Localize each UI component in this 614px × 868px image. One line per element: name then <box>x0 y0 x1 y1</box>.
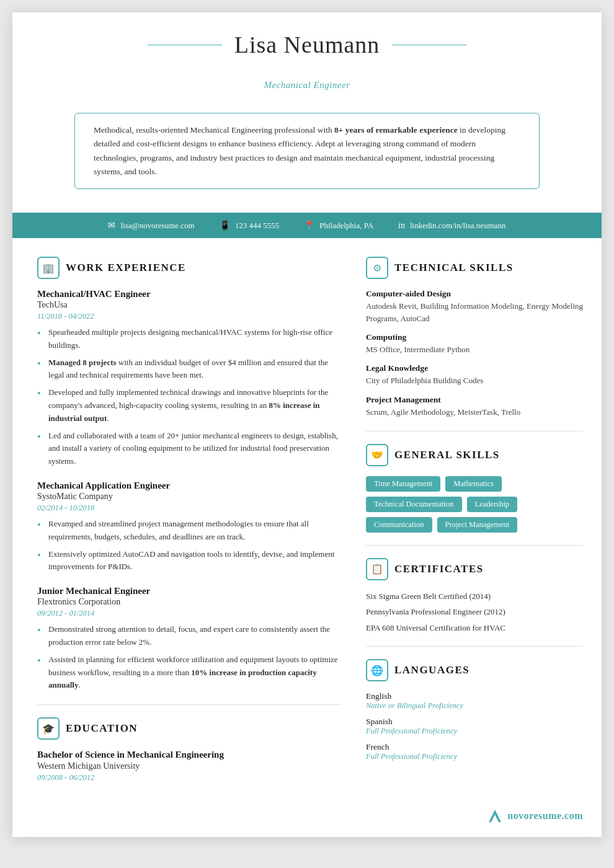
education-section-header: 🎓 EDUCATION <box>37 717 341 740</box>
skill-cat-items: Autodesk Revit, Building Information Mod… <box>366 300 583 325</box>
job-2-bullets: Revamped and streamlined project managem… <box>37 518 341 574</box>
skill-cat-legal: Legal Knowledge City of Philadelphia Bui… <box>366 363 583 387</box>
location-text: Philadelphia, PA <box>319 221 373 231</box>
email-icon: ✉ <box>108 220 115 231</box>
bullet-item: Revamped and streamlined project managem… <box>37 518 341 544</box>
brand-name: novoresume.com <box>507 810 583 822</box>
summary-text: Methodical, results-oriented Mechanical … <box>94 125 505 176</box>
job-1-company: TechUsa <box>37 300 341 310</box>
lang-level: Native or Bilingual Proficiency <box>366 701 583 711</box>
skill-cat-name: Computer-aided Design <box>366 289 583 299</box>
job-2-company: SystoMatic Company <box>37 492 341 502</box>
skill-cat-items: City of Philadelphia Building Codes <box>366 374 583 387</box>
cert-item-3: EPA 608 Universal Certification for HVAC <box>366 622 583 634</box>
linkedin-text: linkedin.com/in/lisa.neumann <box>410 221 506 231</box>
contact-phone: 📱 123 444 5555 <box>220 220 280 231</box>
job-1: Mechanical/HVAC Engineer TechUsa 11/2018… <box>37 289 341 468</box>
bullet-item: Led and collaborated with a team of 20+ … <box>37 430 341 468</box>
skill-cat-pm: Project Management Scrum, Agile Methodol… <box>366 395 583 418</box>
lang-spanish: Spanish Full Professional Proficiency <box>366 717 583 736</box>
cert-item-1: Six Sigma Green Belt Certified (2014) <box>366 590 583 603</box>
skill-tag: Leadership <box>467 497 518 512</box>
header-section: Lisa Neumann Mechanical Engineer Methodi… <box>12 12 602 202</box>
job-1-title: Mechanical/HVAC Engineer <box>37 289 341 299</box>
job-3: Junior Mechanical Engineer Flextronics C… <box>37 586 341 692</box>
skill-cat-computing: Computing MS Office, Intermediate Python <box>366 332 583 356</box>
skill-tag: Technical Documentation <box>366 497 462 512</box>
languages-title: LANGUAGES <box>394 664 469 676</box>
phone-icon: 📱 <box>220 220 230 231</box>
main-content: 🏢 WORK EXPERIENCE Mechanical/HVAC Engine… <box>12 238 602 801</box>
skill-cat-items: MS Office, Intermediate Python <box>366 343 583 356</box>
education-section-title: EDUCATION <box>66 722 138 735</box>
section-divider <box>37 704 341 705</box>
skill-cat-name: Project Management <box>366 395 583 405</box>
header-line-left <box>148 45 222 45</box>
resume-page: Lisa Neumann Mechanical Engineer Methodi… <box>12 12 602 837</box>
skill-tag: Time Management <box>366 476 440 492</box>
section-divider <box>366 431 583 432</box>
header-decoration: Lisa Neumann <box>50 31 564 58</box>
job-2-title: Mechanical Application Engineer <box>37 480 341 491</box>
skill-cat-name: Computing <box>366 332 583 342</box>
lang-name: French <box>366 742 583 752</box>
work-section-title: WORK EXPERIENCE <box>66 262 186 274</box>
tech-skills-icon-box: ⚙ <box>366 257 388 279</box>
bullet-item: Developed and fully implemented technica… <box>37 386 341 425</box>
languages-header: 🌐 LANGUAGES <box>366 659 583 681</box>
lang-english: English Native or Bilingual Proficiency <box>366 691 583 711</box>
job-1-bullets: Spearheaded multiple projects designing … <box>37 326 341 468</box>
certificates-icon-box: 📋 <box>366 558 388 580</box>
section-divider <box>366 545 583 546</box>
skill-tag: Project Management <box>437 517 518 533</box>
tech-skills-title: TECHNICAL SKILLS <box>394 262 514 274</box>
work-icon-box: 🏢 <box>37 257 60 279</box>
skill-cat-cad: Computer-aided Design Autodesk Revit, Bu… <box>366 289 583 325</box>
candidate-name: Lisa Neumann <box>234 31 380 58</box>
phone-text: 123 444 5555 <box>235 221 280 231</box>
general-skills-header: 🤝 GENERAL SKILLS <box>366 444 583 466</box>
skill-tag: Mathematics <box>445 476 502 492</box>
header-line-right <box>392 45 466 45</box>
summary-box: Methodical, results-oriented Mechanical … <box>74 113 540 189</box>
briefcase-icon: 🏢 <box>42 262 55 274</box>
lang-french: French Full Professional Proficiency <box>366 742 583 761</box>
location-icon: 📍 <box>304 220 314 231</box>
skill-cat-items: Scrum, Agile Methodology, MeisterTask, T… <box>366 406 583 418</box>
bullet-item: Spearheaded multiple projects designing … <box>37 326 341 352</box>
edu-degree: Bachelor of Science in Mechanical Engine… <box>37 750 341 760</box>
bullet-item: Managed 8 projects with an individual bu… <box>37 356 341 383</box>
lang-name: English <box>366 691 583 701</box>
cert-item-2: Pennsylvania Professional Engineer (2012… <box>366 606 583 618</box>
contact-email: ✉ lisa@novoresume.com <box>108 220 194 231</box>
job-3-dates: 09/2012 - 01/2014 <box>37 609 341 618</box>
job-title: Mechanical Engineer <box>50 61 564 103</box>
contact-location: 📍 Philadelphia, PA <box>304 220 373 231</box>
certificates-title: CERTIFICATES <box>394 563 484 575</box>
lang-name: Spanish <box>366 717 583 727</box>
language-icon: 🌐 <box>371 665 383 676</box>
linkedin-icon: in <box>398 221 405 231</box>
general-skills-title: GENERAL SKILLS <box>394 449 500 461</box>
tech-skills-header: ⚙ TECHNICAL SKILLS <box>366 257 583 279</box>
certificates-header: 📋 CERTIFICATES <box>366 558 583 580</box>
job-3-company: Flextronics Corporation <box>37 597 341 607</box>
bullet-item: Demonstrated strong attention to detail,… <box>37 623 341 649</box>
skill-cat-name: Legal Knowledge <box>366 363 583 373</box>
skills-tags-container: Time Management Mathematics Technical Do… <box>366 476 583 533</box>
svg-marker-0 <box>489 810 501 822</box>
bullet-item: Assisted in planning for efficient workf… <box>37 653 341 692</box>
education-icon: 🎓 <box>42 723 55 735</box>
skills-icon: 🤝 <box>371 449 383 461</box>
bullet-item: Extensively optimized AutoCAD and naviga… <box>37 548 341 574</box>
edu-school: Western Michigan University <box>37 761 341 771</box>
job-1-dates: 11/2018 - 04/2022 <box>37 312 341 321</box>
right-column: ⚙ TECHNICAL SKILLS Computer-aided Design… <box>366 257 583 782</box>
general-skills-icon-box: 🤝 <box>366 444 388 466</box>
job-3-bullets: Demonstrated strong attention to detail,… <box>37 623 341 692</box>
contact-linkedin: in linkedin.com/in/lisa.neumann <box>398 221 505 231</box>
lang-level: Full Professional Proficiency <box>366 752 583 761</box>
education-entry: Bachelor of Science in Mechanical Engine… <box>37 750 341 782</box>
languages-icon-box: 🌐 <box>366 659 388 681</box>
lang-level: Full Professional Proficiency <box>366 727 583 736</box>
